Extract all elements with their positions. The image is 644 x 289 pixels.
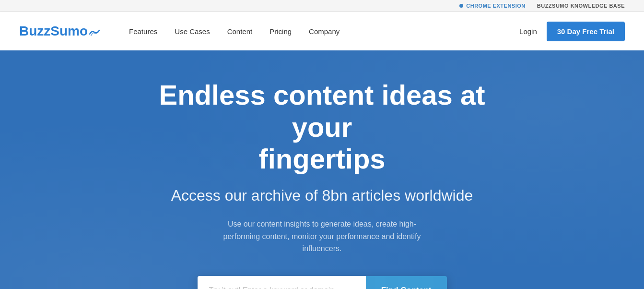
login-button[interactable]: Login xyxy=(519,27,537,36)
nav-content[interactable]: Content xyxy=(227,27,253,36)
hero-description: Use our content insights to generate ide… xyxy=(217,218,428,255)
nav-use-cases[interactable]: Use Cases xyxy=(175,27,210,36)
chrome-extension-link[interactable]: CHROME EXTENSION xyxy=(459,3,526,9)
hero-section: Endless content ideas at your fingertips… xyxy=(0,50,644,289)
hero-subtitle: Access our archive of 8bn articles world… xyxy=(171,187,473,205)
search-container: Find Content xyxy=(198,276,447,289)
knowledge-base-link[interactable]: BUZZSUMO KNOWLEDGE BASE xyxy=(537,3,625,9)
chrome-dot-icon xyxy=(459,4,463,8)
chrome-extension-label: CHROME EXTENSION xyxy=(466,3,526,9)
hero-title: Endless content ideas at your fingertips xyxy=(130,79,514,175)
logo[interactable]: BuzzSumo xyxy=(19,24,100,39)
nav-features[interactable]: Features xyxy=(129,27,157,36)
knowledge-base-label: BUZZSUMO KNOWLEDGE BASE xyxy=(537,3,625,9)
nav-actions: Login 30 Day Free Trial xyxy=(519,22,625,41)
search-input[interactable] xyxy=(198,276,366,289)
nav-links: Features Use Cases Content Pricing Compa… xyxy=(129,27,519,36)
logo-text: BuzzSumo xyxy=(19,24,100,39)
trial-button[interactable]: 30 Day Free Trial xyxy=(547,22,625,41)
nav-pricing[interactable]: Pricing xyxy=(269,27,292,36)
nav-company[interactable]: Company xyxy=(309,27,340,36)
find-content-button[interactable]: Find Content xyxy=(366,276,447,289)
top-bar: CHROME EXTENSION BUZZSUMO KNOWLEDGE BASE xyxy=(0,0,644,12)
navbar: BuzzSumo Features Use Cases Content Pric… xyxy=(0,12,644,50)
